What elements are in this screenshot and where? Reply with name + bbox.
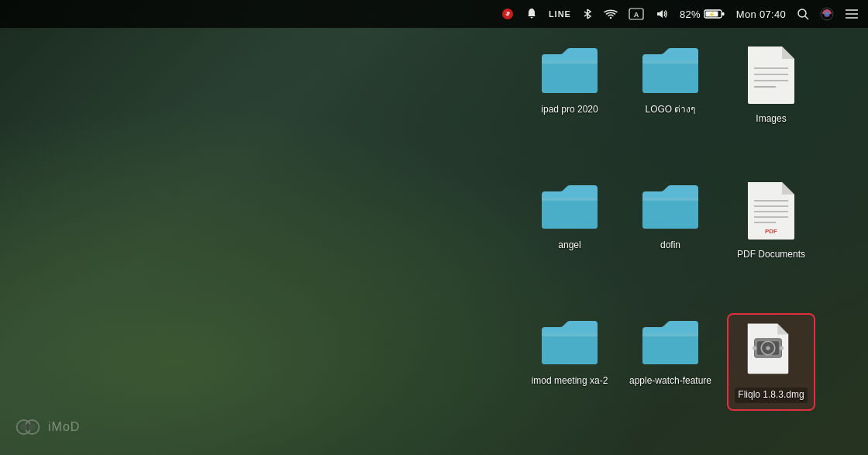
- icon-label: PDF Documents: [734, 247, 808, 263]
- folder-icon: [639, 315, 701, 367]
- volume-icon[interactable]: [655, 9, 669, 19]
- svg-point-39: [753, 346, 756, 350]
- svg-rect-20: [642, 60, 698, 64]
- svg-rect-33: [542, 333, 598, 336]
- svg-text:PDF: PDF: [765, 228, 777, 235]
- icon-label: imod meeting xa-2: [529, 374, 611, 389]
- desktop-icons-grid: ipad pro 2020 LOGO ต่างๆ Images: [519, 28, 822, 435]
- desktop-icon-ipad-pro[interactable]: ipad pro 2020: [519, 28, 620, 118]
- svg-rect-26: [642, 198, 698, 201]
- svg-point-15: [825, 12, 829, 16]
- svg-rect-19: [542, 60, 598, 64]
- desktop-icon-images[interactable]: Images: [721, 28, 822, 127]
- spotlight-search-icon[interactable]: [797, 8, 809, 20]
- svg-line-13: [805, 16, 808, 19]
- watermark-text: iMoD: [48, 420, 80, 434]
- folder-icon: [539, 43, 601, 96]
- icon-label: Images: [753, 112, 789, 127]
- desktop-icon-apple-watch[interactable]: apple-watch-feature: [620, 299, 721, 389]
- menubar: LINE A: [0, 0, 868, 28]
- desktop-icon-imod-meeting[interactable]: imod meeting xa-2: [519, 299, 620, 389]
- watermark: iMoD: [14, 413, 80, 441]
- icon-label: Fliqlo 1.8.3.dmg: [735, 388, 807, 403]
- svg-rect-11: [722, 12, 724, 16]
- svg-point-3: [29, 424, 36, 431]
- folder-icon: [639, 43, 701, 96]
- icon-label: angel: [555, 238, 584, 253]
- battery-percentage: 82%: [680, 9, 701, 20]
- document-icon: PDF: [745, 179, 797, 241]
- icon-label: dofin: [657, 238, 684, 253]
- desktop-icon-fliqlo-dmg[interactable]: Fliqlo 1.8.3.dmg: [721, 299, 822, 409]
- svg-point-12: [798, 9, 806, 17]
- desktop-icon-pdf-documents[interactable]: PDF PDF Documents: [721, 164, 822, 263]
- document-icon: [745, 43, 797, 105]
- control-center-icon[interactable]: [845, 9, 859, 19]
- bluetooth-icon[interactable]: [582, 8, 593, 20]
- dmg-icon: [745, 321, 797, 383]
- icon-label: LOGO ต่างๆ: [642, 102, 698, 118]
- menubar-right: LINE A: [501, 7, 859, 21]
- datetime-display: Mon 07:40: [736, 9, 786, 20]
- svg-point-40: [780, 346, 784, 350]
- svg-rect-25: [542, 198, 598, 201]
- folder-icon: [639, 179, 701, 232]
- watermark-logo-icon: [14, 413, 42, 441]
- battery-container[interactable]: 82% ⚡: [680, 9, 725, 20]
- siri-icon[interactable]: [820, 7, 834, 21]
- svg-point-38: [766, 346, 770, 350]
- desktop-icon-angel[interactable]: angel: [519, 164, 620, 253]
- desktop-icon-logo[interactable]: LOGO ต่างๆ: [620, 28, 721, 118]
- svg-text:A: A: [634, 11, 639, 19]
- icon-label: ipad pro 2020: [538, 102, 601, 118]
- icon-label: apple-watch-feature: [626, 374, 715, 389]
- svg-text:⚡: ⚡: [708, 11, 715, 18]
- folder-icon: [539, 179, 601, 232]
- wifi-icon[interactable]: [604, 9, 618, 19]
- svg-point-5: [505, 12, 507, 14]
- desktop-icon-dofin[interactable]: dofin: [620, 164, 721, 253]
- notification-icon[interactable]: [525, 8, 538, 20]
- line-icon[interactable]: LINE: [549, 9, 571, 19]
- svg-point-2: [20, 424, 27, 431]
- svg-rect-34: [642, 333, 698, 336]
- weibo-icon[interactable]: [501, 7, 515, 21]
- keyboard-icon[interactable]: A: [629, 8, 644, 20]
- folder-icon: [539, 315, 601, 367]
